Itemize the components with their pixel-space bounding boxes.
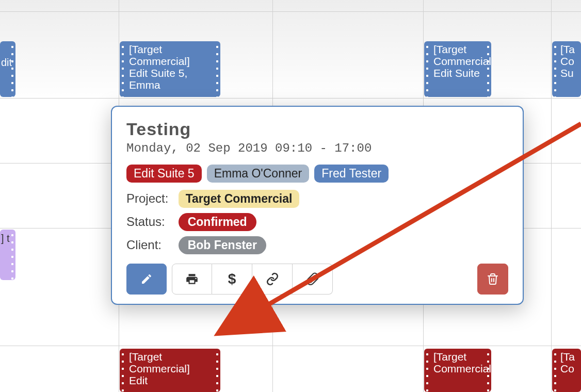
paperclip-icon bbox=[306, 272, 319, 286]
calendar-event[interactable]: [Ta Co Su bbox=[552, 41, 581, 97]
chip-person[interactable]: Emma O'Conner bbox=[207, 165, 310, 183]
top-shade bbox=[0, 0, 581, 103]
film-strip-icon bbox=[120, 41, 126, 97]
calendar-event[interactable]: dit bbox=[0, 41, 15, 97]
popup-toolbar: $ bbox=[126, 264, 508, 295]
popup-datetime: Monday, 02 Sep 2019 09:10 - 17:00 bbox=[126, 141, 508, 155]
chip-project[interactable]: Target Commercial bbox=[179, 190, 300, 208]
trash-icon bbox=[487, 273, 499, 285]
project-label: Project: bbox=[126, 191, 172, 206]
calendar-event[interactable]: ] t bbox=[0, 230, 15, 280]
calendar-event[interactable]: [Target Commercial] Edit bbox=[120, 349, 220, 392]
calendar-event[interactable]: [Target Commercial] Edit Suite bbox=[424, 41, 491, 97]
film-strip-icon bbox=[9, 230, 15, 280]
event-text: [Ta Co Su bbox=[560, 43, 579, 79]
booking-chips: Edit Suite 5 Emma O'Conner Fred Tester bbox=[126, 165, 508, 183]
client-label: Client: bbox=[126, 238, 172, 252]
pencil-icon bbox=[140, 273, 153, 285]
film-strip-icon bbox=[120, 349, 126, 392]
event-popup: Testing Monday, 02 Sep 2019 09:10 - 17:0… bbox=[111, 106, 524, 305]
print-button[interactable] bbox=[172, 264, 212, 295]
event-text: dit bbox=[1, 57, 12, 68]
event-text: ] t bbox=[1, 233, 10, 244]
link-icon bbox=[266, 272, 279, 286]
client-row: Client: Bob Fenster bbox=[126, 236, 508, 254]
delete-button[interactable] bbox=[477, 264, 508, 295]
film-strip-icon bbox=[9, 41, 15, 97]
cost-button[interactable]: $ bbox=[212, 264, 252, 295]
event-text: [Target Commercial] Edit Suite 5, Emma bbox=[129, 43, 211, 91]
status-row: Status: Confirmed bbox=[126, 213, 508, 231]
print-icon bbox=[185, 272, 199, 286]
chip-status[interactable]: Confirmed bbox=[179, 213, 256, 231]
film-strip-icon bbox=[214, 349, 220, 392]
event-text: [Ta Co bbox=[560, 351, 579, 374]
grid-vline bbox=[551, 0, 552, 392]
grid-hline bbox=[0, 11, 581, 12]
chip-person[interactable]: Fred Tester bbox=[314, 165, 389, 183]
film-strip-icon bbox=[424, 41, 430, 97]
dollar-icon: $ bbox=[228, 271, 236, 287]
link-button[interactable] bbox=[252, 264, 293, 295]
calendar-event[interactable]: [Ta Co bbox=[552, 349, 581, 392]
project-row: Project: Target Commercial bbox=[126, 190, 508, 208]
grid-hline bbox=[0, 98, 581, 99]
grid-hline bbox=[0, 346, 581, 346]
film-strip-icon bbox=[552, 349, 558, 392]
popup-title: Testing bbox=[126, 119, 508, 139]
event-text: [Target Commercial] Edit bbox=[129, 351, 211, 386]
status-label: Status: bbox=[126, 215, 172, 229]
film-strip-icon bbox=[552, 41, 558, 97]
attachment-button[interactable] bbox=[293, 264, 333, 295]
film-strip-icon bbox=[214, 41, 220, 97]
event-text: [Target Commercial] Edit Suite bbox=[433, 43, 482, 79]
edit-button[interactable] bbox=[126, 264, 167, 295]
calendar-event[interactable]: [Target Commercial] Edit Suite 5, Emma bbox=[120, 41, 220, 97]
film-strip-icon bbox=[485, 41, 491, 97]
event-text: [Target Commercial] bbox=[433, 351, 482, 374]
chip-room[interactable]: Edit Suite 5 bbox=[126, 165, 202, 183]
film-strip-icon bbox=[424, 349, 430, 392]
calendar-event[interactable]: [Target Commercial] bbox=[424, 349, 491, 392]
chip-client[interactable]: Bob Fenster bbox=[179, 236, 266, 254]
